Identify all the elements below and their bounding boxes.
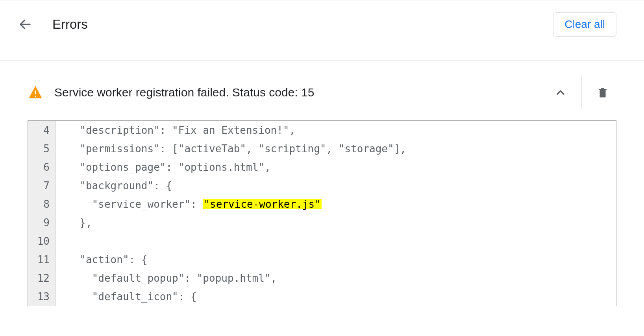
code-line: "action": { (56, 250, 148, 269)
code-row: 10 (28, 232, 616, 250)
code-line: "default_popup": "popup.html", (56, 269, 277, 287)
code-row: 13 "default_icon": { (28, 287, 616, 306)
svg-rect-1 (35, 90, 36, 94)
error-header-controls (547, 76, 616, 109)
arrow-left-icon (18, 17, 32, 31)
code-row: 12 "default_popup": "popup.html", (28, 269, 616, 287)
code-row: 11 "action": { (28, 250, 616, 269)
code-line: }, (56, 213, 92, 232)
code-row: 7 "background": { (28, 176, 616, 195)
code-viewer: 4 "description": "Fix an Extension!",5 "… (28, 120, 616, 306)
code-line: "description": "Fix an Extension!", (56, 121, 295, 139)
svg-rect-2 (35, 96, 36, 97)
delete-error-button[interactable] (589, 79, 616, 106)
page-title: Errors (52, 17, 88, 32)
line-number: 12 (28, 269, 56, 287)
collapse-button[interactable] (547, 79, 574, 106)
line-number: 7 (28, 176, 56, 195)
line-number: 6 (28, 158, 56, 176)
line-number: 8 (28, 195, 56, 213)
chevron-up-icon (554, 86, 567, 99)
error-message: Service worker registration failed. Stat… (54, 86, 536, 99)
trash-icon (597, 86, 609, 99)
code-row: 8 "service_worker": "service-worker.js" (28, 195, 616, 213)
line-number: 10 (28, 232, 56, 250)
code-line: "permissions": ["activeTab", "scripting"… (56, 139, 406, 158)
code-line: "service_worker": "service-worker.js" (56, 195, 322, 213)
back-button[interactable] (16, 15, 35, 34)
line-number: 5 (28, 139, 56, 158)
code-row: 4 "description": "Fix an Extension!", (28, 121, 616, 139)
error-header-row: Service worker registration failed. Stat… (28, 72, 616, 120)
code-row: 6 "options_page": "options.html", (28, 158, 616, 176)
code-line: "background": { (56, 176, 172, 195)
code-row: 5 "permissions": ["activeTab", "scriptin… (28, 139, 616, 158)
code-line: "default_icon": { (56, 287, 197, 306)
vertical-separator (581, 76, 582, 109)
error-block: Service worker registration failed. Stat… (0, 61, 644, 306)
highlighted-token: "service-worker.js" (203, 199, 321, 209)
code-line: "options_page": "options.html", (56, 158, 271, 176)
warning-icon (28, 85, 43, 100)
code-row: 9 }, (28, 213, 616, 232)
code-line (56, 232, 67, 250)
line-number: 4 (28, 121, 56, 139)
clear-all-button[interactable]: Clear all (553, 12, 616, 37)
page-header: Errors Clear all (0, 0, 644, 60)
line-number: 9 (28, 213, 56, 232)
line-number: 11 (28, 250, 56, 269)
line-number: 13 (28, 287, 56, 306)
